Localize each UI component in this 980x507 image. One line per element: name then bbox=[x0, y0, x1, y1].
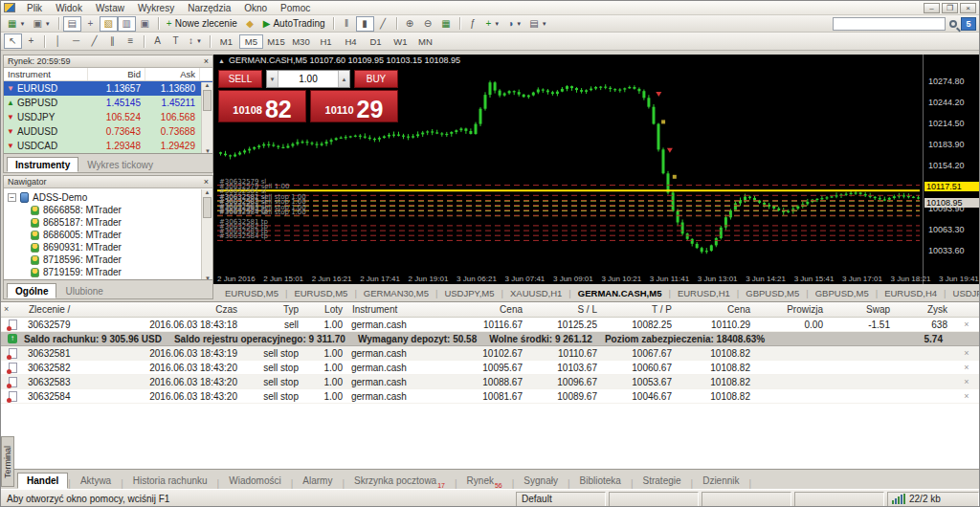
close-button[interactable] bbox=[960, 3, 976, 13]
navigator-header[interactable]: Nawigator × bbox=[4, 176, 212, 188]
menu-narz-dzia[interactable]: Narzędzia bbox=[181, 3, 237, 13]
volume-value[interactable]: 1.00 bbox=[278, 71, 338, 87]
data-window-icon[interactable]: + bbox=[81, 16, 100, 32]
buy-button[interactable]: BUY bbox=[354, 70, 398, 88]
market-watch-icon[interactable]: ▤ bbox=[63, 16, 81, 32]
crosshair-icon[interactable]: + bbox=[22, 33, 40, 49]
tree-node-account[interactable]: 8686005: MTrader bbox=[8, 229, 212, 241]
volume-down-icon[interactable]: ▼ bbox=[267, 71, 278, 87]
order-row[interactable]: 306325842016.06.03 18:43:20sell stop1.00… bbox=[1, 389, 980, 404]
market-watch-scrollbar[interactable]: ▲▼ bbox=[201, 82, 212, 154]
text-label-icon[interactable]: T bbox=[167, 33, 185, 49]
timeframe-h1[interactable]: H1 bbox=[314, 34, 338, 49]
order-row[interactable]: 306325792016.06.03 18:43:18sell1.00germa… bbox=[1, 318, 980, 332]
tab-wiadomo-ci[interactable]: Wiadomości bbox=[219, 473, 290, 489]
tab-dziennik[interactable]: Dziennik bbox=[693, 473, 748, 489]
chart-tab-german-cash-m5[interactable]: GERMAN.CASH,M5 bbox=[571, 288, 669, 298]
autotrading-button[interactable]: ▶AutoTrading bbox=[259, 16, 329, 32]
cursor-icon[interactable]: ↖ bbox=[4, 33, 22, 49]
tab-strategie[interactable]: Strategie bbox=[634, 473, 691, 489]
text-icon[interactable]: A bbox=[148, 33, 167, 49]
chart-tab-german30-m5[interactable]: GERMAN30,M5 bbox=[357, 288, 435, 298]
delete-order-icon[interactable]: × bbox=[952, 377, 980, 386]
new-order-button[interactable]: +Nowe zlecenie bbox=[163, 16, 241, 32]
tab-instrumenty[interactable]: Instrumenty bbox=[7, 157, 78, 172]
sell-price-button[interactable]: 10108 82 bbox=[218, 90, 306, 122]
sell-button[interactable]: SELL bbox=[218, 70, 262, 88]
tree-node-root[interactable]: −ADSS-Demo bbox=[8, 191, 212, 204]
chart-tab-eurusd-m5[interactable]: EURUSD,M5 bbox=[287, 288, 354, 298]
tab-wykres-tickowy[interactable]: Wykres tickowy bbox=[78, 157, 162, 172]
menu-wykresy[interactable]: Wykresy bbox=[131, 3, 181, 13]
tab-biblioteka[interactable]: Biblioteka bbox=[570, 473, 631, 489]
timeframe-h4[interactable]: H4 bbox=[339, 34, 363, 49]
tab-handel[interactable]: Handel bbox=[17, 473, 68, 489]
chart-tab-gbpusd-m5[interactable]: GBPUSD,M5 bbox=[809, 288, 876, 298]
indicators-icon[interactable]: ƒ bbox=[464, 16, 482, 32]
templates-icon[interactable]: ▤▼ bbox=[525, 16, 550, 32]
delete-order-icon[interactable]: × bbox=[952, 363, 980, 372]
tab-historia-rachunku[interactable]: Historia rachunku bbox=[123, 473, 217, 489]
close-icon[interactable]: × bbox=[4, 304, 9, 314]
restore-button[interactable] bbox=[942, 3, 958, 13]
channel-icon[interactable]: ∥ bbox=[103, 33, 122, 49]
chart-tab-eurusd-m5[interactable]: EURUSD,M5 bbox=[218, 288, 285, 298]
timeframe-m30[interactable]: M30 bbox=[289, 34, 313, 49]
market-watch-row[interactable]: ▼USDJPY106.524106.568 bbox=[4, 110, 212, 124]
terminal-table-header[interactable]: Zlecenie /CzasTypLotyInstrumentCenaS / L… bbox=[1, 302, 980, 318]
menu-plik[interactable]: Plik bbox=[20, 3, 49, 13]
tree-node-account[interactable]: 8666858: MTrader bbox=[8, 204, 212, 216]
collapse-icon[interactable]: ▲ bbox=[218, 57, 225, 64]
timeframe-m15[interactable]: M15 bbox=[264, 34, 288, 49]
tab-rynek[interactable]: Rynek56 bbox=[457, 473, 512, 489]
close-icon[interactable]: × bbox=[204, 178, 209, 187]
chart-tab-gbpusd-m5[interactable]: GBPUSD,M5 bbox=[739, 288, 806, 298]
menu-okno[interactable]: Okno bbox=[237, 3, 274, 13]
market-watch-row[interactable]: ▲GBPUSD1.451451.45211 bbox=[4, 96, 212, 110]
tab-skrzynka-pocztowa[interactable]: Skrzynka pocztowa17 bbox=[345, 473, 455, 489]
market-watch-row[interactable]: ▼USDCAD1.293481.29429 bbox=[4, 139, 212, 153]
tab-aktywa[interactable]: Aktywa bbox=[71, 473, 121, 489]
timeframe-d1[interactable]: D1 bbox=[364, 34, 388, 49]
chart-tab-usdjpy-m5[interactable]: USDJPY,M5 bbox=[437, 288, 501, 298]
chart-tab-usdjpy-h4[interactable]: USDJPY,H4 bbox=[947, 288, 980, 298]
timeframe-m1[interactable]: M1 bbox=[214, 34, 238, 49]
search-icon[interactable] bbox=[949, 20, 957, 28]
bar-chart-icon[interactable]: ‖ bbox=[338, 16, 356, 32]
tab-ulubione[interactable]: Ulubione bbox=[56, 283, 111, 298]
timeframe-m5[interactable]: M5 bbox=[239, 34, 263, 49]
new-chart-icon[interactable]: ▦▼ bbox=[4, 16, 29, 32]
fibonacci-icon[interactable]: ≡ bbox=[122, 33, 140, 49]
menu-widok[interactable]: Widok bbox=[49, 3, 89, 13]
timeframe-w1[interactable]: W1 bbox=[389, 34, 412, 49]
community-badge[interactable]: 5 bbox=[961, 17, 976, 31]
search-input[interactable] bbox=[833, 17, 946, 31]
tab-alarmy[interactable]: Alarmy bbox=[293, 473, 342, 489]
tree-node-account[interactable]: 8718596: MTrader bbox=[8, 254, 212, 266]
delete-order-icon[interactable]: × bbox=[952, 320, 980, 329]
order-row[interactable]: 306325822016.06.03 18:43:20sell stop1.00… bbox=[1, 361, 980, 375]
market-watch-row[interactable]: ▼AUDUSD0.736430.73688 bbox=[4, 124, 212, 139]
terminal-side-tab[interactable]: Terminal bbox=[1, 436, 14, 487]
market-watch-row[interactable]: ▼EURUSD1.136571.13680 bbox=[4, 81, 212, 96]
zoom-in-icon[interactable]: ⊕ bbox=[401, 16, 419, 32]
indicator-add-icon[interactable]: +▼ bbox=[482, 16, 504, 32]
price-axis[interactable]: 10274.8010244.2010214.5010183.9010154.20… bbox=[923, 55, 980, 284]
close-icon[interactable]: × bbox=[204, 57, 209, 66]
order-row[interactable]: 306325832016.06.03 18:43:20sell stop1.00… bbox=[1, 375, 980, 389]
periods-icon[interactable]: ◑▼ bbox=[503, 16, 525, 32]
candlestick-chart-icon[interactable]: ▮ bbox=[356, 16, 374, 32]
collapse-icon[interactable]: − bbox=[8, 193, 16, 202]
metaeditor-icon[interactable]: ◆ bbox=[241, 16, 259, 32]
delete-order-icon[interactable]: × bbox=[952, 391, 980, 401]
navigator-icon[interactable]: ▧ bbox=[100, 16, 118, 32]
tree-node-account[interactable]: 8690931: MTrader bbox=[8, 241, 212, 254]
profiles-icon[interactable]: ▣▼ bbox=[29, 16, 54, 32]
shapes-icon[interactable]: ↕▼ bbox=[185, 33, 206, 49]
tab-sygna-y[interactable]: Sygnały bbox=[514, 473, 568, 489]
time-axis[interactable]: 2 Jun 20162 Jun 15:012 Jun 16:212 Jun 17… bbox=[217, 275, 979, 283]
market-watch-header[interactable]: Rynek: 20:59:59 × bbox=[4, 55, 212, 68]
zoom-out-icon[interactable]: ⊖ bbox=[419, 16, 437, 32]
order-row[interactable]: 306325812016.06.03 18:43:19sell stop1.00… bbox=[1, 346, 980, 361]
menu-wstaw[interactable]: Wstaw bbox=[89, 3, 131, 13]
